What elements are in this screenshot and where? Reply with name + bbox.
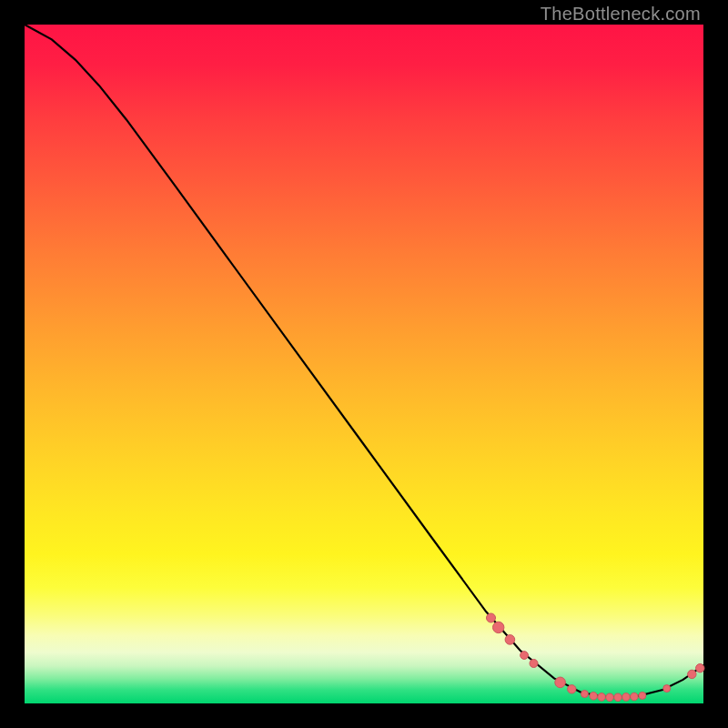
data-dot (581, 691, 588, 698)
data-dot (530, 659, 538, 667)
data-dot (606, 693, 614, 702)
data-dot (487, 613, 496, 622)
data-dot (688, 670, 696, 678)
data-dot (631, 693, 639, 701)
bottleneck-curve (25, 25, 703, 697)
data-dot (622, 693, 631, 702)
data-dot (505, 635, 515, 645)
data-dot (696, 664, 704, 672)
chart-stage: TheBottleneck.com (0, 0, 728, 728)
data-dot (639, 692, 646, 699)
data-dot (521, 652, 529, 660)
curve-layer (25, 25, 703, 703)
data-dot (598, 693, 606, 702)
data-dot (555, 677, 566, 688)
data-dot (663, 685, 671, 693)
data-dot (590, 692, 598, 700)
data-dot (493, 622, 504, 632)
data-dots (487, 613, 704, 702)
data-dot (568, 685, 576, 693)
data-dot (614, 693, 622, 702)
attribution-text: TheBottleneck.com (541, 4, 701, 25)
